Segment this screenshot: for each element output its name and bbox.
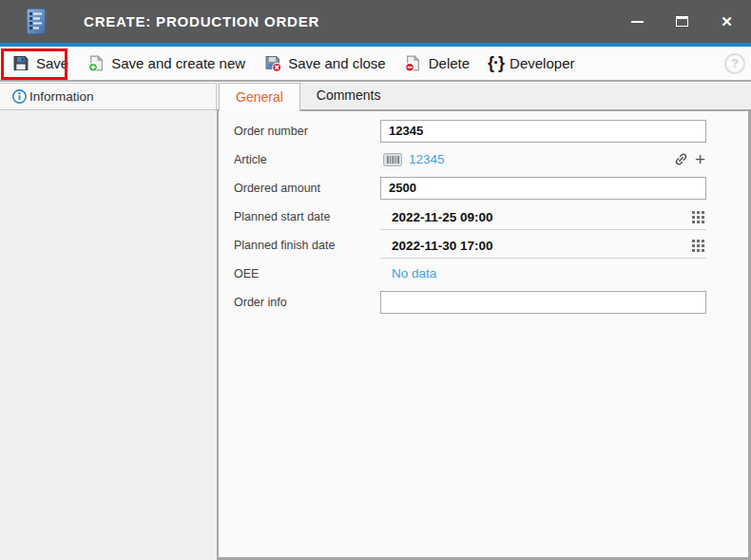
article-actions: + — [674, 150, 706, 168]
add-icon[interactable]: + — [695, 150, 705, 168]
close-icon: ✕ — [721, 14, 733, 29]
ordered-amount-label: Ordered amount — [234, 182, 380, 195]
article-row: Article 12345 + — [234, 145, 706, 173]
save-and-close-label: Save and close — [288, 55, 386, 71]
order-number-row: Order number — [234, 117, 706, 145]
developer-button-label: Developer — [510, 55, 574, 71]
close-button[interactable]: ✕ — [704, 0, 749, 43]
save-and-create-new-button[interactable]: Save and create new — [85, 53, 247, 74]
save-button-label: Save — [36, 55, 68, 71]
save-create-new-icon — [87, 55, 106, 72]
general-tab-panel: Order number Article 12345 — [217, 111, 751, 560]
information-header-label: Information — [29, 89, 94, 104]
information-panel — [0, 110, 217, 560]
tab-comments[interactable]: Comments — [300, 83, 397, 109]
dialog-window: { "window": { "title": "CREATE: PRODUCTI… — [0, 0, 751, 560]
information-section-header[interactable]: Information — [0, 83, 217, 110]
ordered-amount-input[interactable] — [380, 177, 706, 200]
order-number-input[interactable] — [380, 120, 706, 143]
order-number-label: Order number — [234, 125, 380, 138]
link-icon[interactable] — [674, 152, 688, 166]
oee-label: OEE — [234, 267, 380, 280]
planned-start-date-value: 2022-11-25 09:00 — [392, 210, 493, 224]
production-order-document-icon — [27, 9, 46, 34]
planned-finish-date-row: Planned finish date 2022-11-30 17:00 — [234, 231, 706, 259]
planned-start-date-field[interactable]: 2022-11-25 09:00 — [380, 205, 706, 230]
order-info-row: Order info — [234, 288, 706, 316]
save-and-create-new-label: Save and create new — [111, 55, 245, 71]
maximize-button[interactable] — [660, 0, 704, 43]
save-button[interactable]: Save — [10, 53, 70, 74]
developer-braces-icon: {·} — [488, 53, 504, 73]
delete-button[interactable]: Delete — [402, 53, 472, 74]
save-floppy-icon — [11, 55, 30, 72]
order-info-label: Order info — [234, 296, 380, 309]
article-label: Article — [234, 153, 380, 166]
planned-finish-date-field[interactable]: 2022-11-30 17:00 — [380, 234, 706, 259]
barcode-icon — [383, 153, 402, 166]
maximize-icon — [676, 16, 688, 27]
tab-strip: General Comments — [217, 83, 751, 111]
minimize-button[interactable] — [615, 0, 660, 43]
date-grid-icon[interactable] — [692, 211, 704, 223]
titlebar: CREATE: PRODUCTION ORDER ✕ — [0, 0, 751, 43]
save-close-icon — [263, 55, 282, 72]
planned-finish-date-label: Planned finish date — [234, 239, 380, 252]
window-title: CREATE: PRODUCTION ORDER — [84, 13, 319, 29]
info-icon — [12, 89, 27, 104]
minimize-icon — [631, 21, 644, 23]
order-info-input[interactable] — [380, 291, 706, 314]
save-and-close-button[interactable]: Save and close — [261, 53, 388, 74]
tab-general[interactable]: General — [219, 83, 300, 111]
planned-start-date-row: Planned start date 2022-11-25 09:00 — [234, 203, 706, 230]
planned-start-date-label: Planned start date — [234, 210, 380, 223]
planned-finish-date-value: 2022-11-30 17:00 — [392, 239, 493, 253]
delete-button-label: Delete — [429, 55, 470, 71]
window-controls: ✕ — [615, 0, 749, 43]
ordered-amount-row: Ordered amount — [234, 174, 706, 202]
date-grid-icon[interactable] — [692, 240, 704, 252]
developer-button[interactable]: {·} Developer — [486, 51, 576, 75]
help-icon: ? — [731, 56, 739, 70]
toolbar: Save Save and create new Save and close — [0, 47, 751, 82]
oee-row: OEE No data — [234, 260, 706, 287]
help-button[interactable]: ? — [724, 53, 745, 74]
oee-value: No data — [380, 266, 436, 280]
article-link[interactable]: 12345 — [409, 152, 445, 166]
delete-icon — [404, 55, 423, 72]
